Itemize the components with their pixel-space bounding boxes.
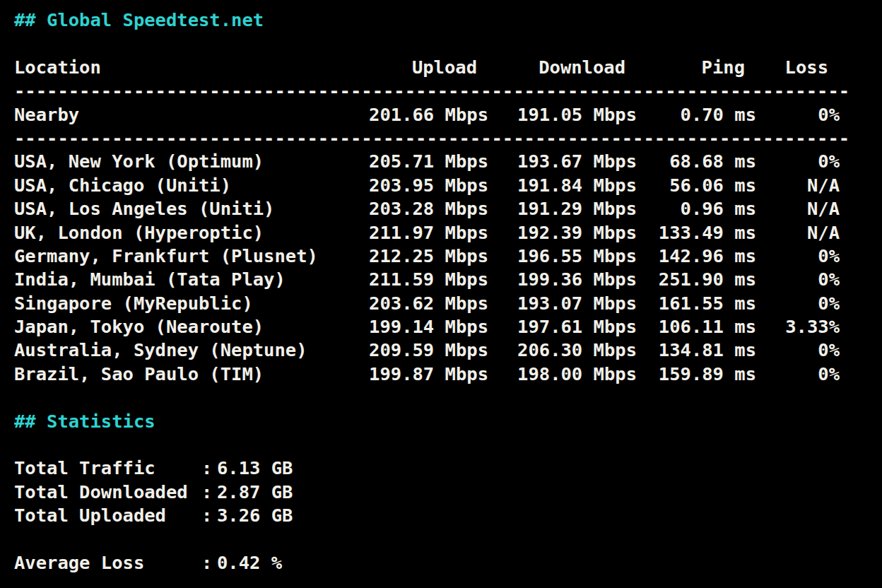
cell-ping: 68.68 ms (637, 150, 756, 173)
cell-upload: 205.71 Mbps (346, 150, 488, 173)
stat-value: 2.87 GB (217, 481, 650, 504)
stat-value: 0.42 % (217, 551, 650, 575)
cell-ping: 142.96 ms (637, 245, 756, 268)
section-heading-speedtest: ## Global Speedtest.net (14, 8, 882, 32)
stat-colon: : (201, 551, 217, 575)
stat-value: 6.13 GB (217, 457, 650, 480)
column-header-download: Download (488, 56, 637, 79)
table-row: Australia, Sydney (Neptune) 209.59 Mbps … (14, 339, 840, 362)
cell-download: 206.30 Mbps (488, 339, 637, 362)
cell-loss: 0% (756, 339, 840, 362)
stat-label: Total Downloaded (14, 481, 201, 504)
cell-download: 193.07 Mbps (488, 292, 637, 315)
cell-upload: 203.28 Mbps (346, 197, 488, 220)
cell-download: 198.00 Mbps (488, 363, 637, 386)
blank-line (14, 32, 882, 55)
table-row: Germany, Frankfurt (Plusnet) 212.25 Mbps… (14, 245, 840, 268)
table-row: UK, London (Hyperoptic) 211.97 Mbps 192.… (14, 221, 840, 245)
table-row: Singapore (MyRepublic) 203.62 Mbps 193.0… (14, 292, 840, 315)
separator-line: ----------------------------------------… (14, 127, 862, 150)
stat-label: Total Traffic (14, 457, 201, 480)
table-row: Brazil, Sao Paulo (TIM) 199.87 Mbps 198.… (14, 363, 840, 386)
table-row: India, Mumbai (Tata Play) 211.59 Mbps 19… (14, 268, 840, 291)
cell-loss: 0% (756, 363, 840, 386)
blank-line (14, 386, 882, 409)
cell-download: 191.05 Mbps (488, 103, 637, 127)
cell-location: Brazil, Sao Paulo (TIM) (14, 363, 346, 386)
cell-loss: 0% (756, 292, 840, 315)
cell-download: 192.39 Mbps (488, 221, 637, 245)
table-row: USA, New York (Optimum) 205.71 Mbps 193.… (14, 150, 840, 173)
cell-loss: N/A (756, 197, 840, 220)
stat-colon: : (201, 457, 217, 480)
separator-line: ----------------------------------------… (14, 79, 862, 102)
cell-location: Nearby (14, 103, 346, 127)
cell-loss: 0% (756, 103, 840, 127)
cell-location: USA, Chicago (Uniti) (14, 174, 346, 197)
cell-upload: 199.87 Mbps (346, 363, 488, 386)
terminal-screen[interactable]: ## Global Speedtest.net Location Upload … (0, 0, 882, 588)
stat-colon: : (201, 504, 217, 527)
cell-download: 191.29 Mbps (488, 197, 637, 220)
stat-total-uploaded: Total Uploaded : 3.26 GB (14, 504, 650, 527)
cell-loss: 3.33% (756, 315, 840, 339)
stat-total-downloaded: Total Downloaded : 2.87 GB (14, 481, 650, 504)
stat-total-traffic: Total Traffic : 6.13 GB (14, 457, 650, 480)
cell-download: 196.55 Mbps (488, 245, 637, 268)
cell-ping: 106.11 ms (637, 315, 756, 339)
section-heading-statistics: ## Statistics (14, 410, 882, 433)
cell-loss: 0% (756, 268, 840, 291)
cell-upload: 201.66 Mbps (346, 103, 488, 127)
cell-download: 199.36 Mbps (488, 268, 637, 291)
cell-ping: 133.49 ms (637, 221, 756, 245)
column-header-loss: Loss (756, 56, 840, 79)
cell-location: Singapore (MyRepublic) (14, 292, 346, 315)
cell-loss: 0% (756, 150, 840, 173)
cell-upload: 211.97 Mbps (346, 221, 488, 245)
cell-upload: 203.95 Mbps (346, 174, 488, 197)
blank-line (14, 433, 882, 457)
cell-loss: 0% (756, 245, 840, 268)
cell-loss: N/A (756, 221, 840, 245)
cell-ping: 134.81 ms (637, 339, 756, 362)
cell-ping: 161.55 ms (637, 292, 756, 315)
cell-location: Australia, Sydney (Neptune) (14, 339, 346, 362)
cell-location: India, Mumbai (Tata Play) (14, 268, 346, 291)
column-header-ping: Ping (637, 56, 756, 79)
cell-ping: 0.70 ms (637, 103, 756, 127)
cell-location: UK, London (Hyperoptic) (14, 221, 346, 245)
cell-location: USA, New York (Optimum) (14, 150, 346, 173)
stat-label: Total Uploaded (14, 504, 201, 527)
stat-value: 3.26 GB (217, 504, 650, 527)
cell-ping: 0.96 ms (637, 197, 756, 220)
table-row: USA, Chicago (Uniti) 203.95 Mbps 191.84 … (14, 174, 840, 197)
cell-download: 197.61 Mbps (488, 315, 637, 339)
table-row: USA, Los Angeles (Uniti) 203.28 Mbps 191… (14, 197, 840, 220)
blank-line (14, 528, 882, 551)
cell-location: Japan, Tokyo (Nearoute) (14, 315, 346, 339)
cell-upload: 212.25 Mbps (346, 245, 488, 268)
table-row-nearby: Nearby 201.66 Mbps 191.05 Mbps 0.70 ms 0… (14, 103, 840, 127)
column-header-location: Location (14, 56, 346, 79)
stat-label: Average Loss (14, 551, 201, 575)
column-header-upload: Upload (346, 56, 488, 79)
cell-location: Germany, Frankfurt (Plusnet) (14, 245, 346, 268)
stat-average-loss: Average Loss : 0.42 % (14, 551, 650, 575)
cell-upload: 199.14 Mbps (346, 315, 488, 339)
cell-ping: 251.90 ms (637, 268, 756, 291)
stat-colon: : (201, 481, 217, 504)
cell-ping: 56.06 ms (637, 174, 756, 197)
table-header-row: Location Upload Download Ping Loss (14, 56, 840, 79)
cell-download: 193.67 Mbps (488, 150, 637, 173)
cell-upload: 209.59 Mbps (346, 339, 488, 362)
cell-loss: N/A (756, 174, 840, 197)
cell-location: USA, Los Angeles (Uniti) (14, 197, 346, 220)
cell-upload: 211.59 Mbps (346, 268, 488, 291)
table-row: Japan, Tokyo (Nearoute) 199.14 Mbps 197.… (14, 315, 840, 339)
cell-download: 191.84 Mbps (488, 174, 637, 197)
cell-ping: 159.89 ms (637, 363, 756, 386)
cell-upload: 203.62 Mbps (346, 292, 488, 315)
